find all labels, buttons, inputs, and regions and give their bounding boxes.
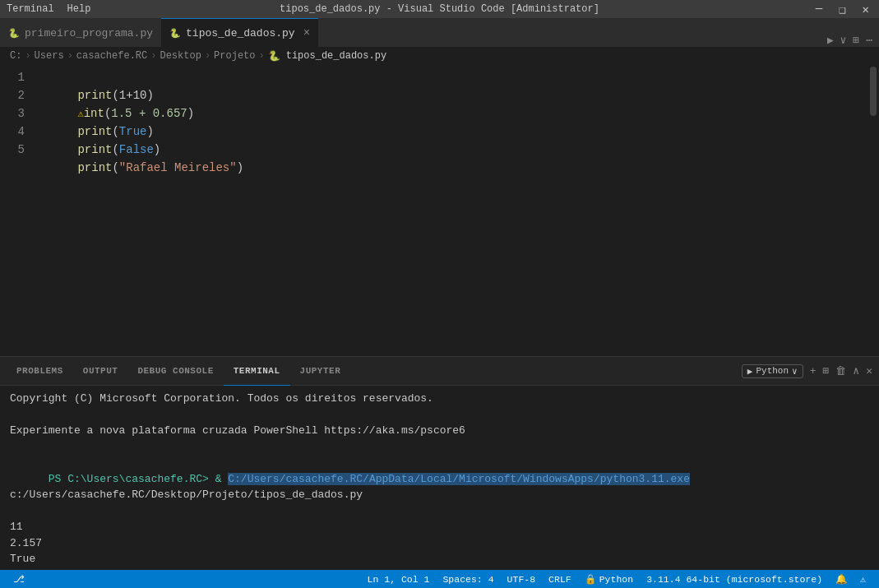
status-eol[interactable]: CRLF (542, 574, 578, 585)
status-spaces-label: Spaces: 4 (442, 574, 493, 585)
breadcrumb-part[interactable]: Users (35, 50, 64, 62)
breadcrumb-file-icon: 🐍 (268, 50, 280, 63)
more-actions-button[interactable]: ⋯ (866, 34, 872, 47)
run-split-button[interactable]: ▶ ∨ (827, 34, 846, 47)
panel-area: PROBLEMS OUTPUT DEBUG CONSOLE TERMINAL J… (0, 356, 879, 570)
editor-area: 1 2 3 4 5 print(1+10) ⚠int(1.5 + 0.657) … (0, 65, 879, 356)
breadcrumb-part[interactable]: C: (10, 50, 21, 62)
split-editor-button[interactable]: ⊞ (853, 34, 859, 47)
warning-icon: ⚠ (77, 109, 83, 120)
tab-jupyter[interactable]: JUPYTER (290, 357, 351, 386)
python-file-icon: 🐍 (8, 28, 20, 39)
breadcrumb-part[interactable]: casachefe.RC (76, 50, 147, 62)
code-line-1: print(1+10) (33, 68, 867, 86)
terminal-line-pscore: Experimente a nova plataforma cruzada Po… (10, 423, 869, 439)
status-python-version[interactable]: 3.11.4 64-bit (microsoft.store) (640, 574, 829, 585)
status-language-label: Python (599, 574, 633, 585)
tab-label: primeiro_programa.py (25, 27, 153, 39)
terminal-line-cmd: PS C:\Users\casachefe.RC> & C:/Users/cas… (10, 455, 869, 519)
status-warning[interactable]: ⚠ (854, 573, 872, 585)
tab-close-button[interactable]: × (303, 26, 310, 39)
tab-problems[interactable]: PROBLEMS (7, 357, 73, 386)
status-spaces[interactable]: Spaces: 4 (436, 574, 500, 585)
status-encoding-label: UTF-8 (507, 574, 536, 585)
keyword-int: int (84, 107, 104, 120)
breadcrumb-part[interactable]: Desktop (160, 50, 201, 62)
status-language[interactable]: 🔒 Python (578, 573, 640, 585)
status-notification[interactable]: 🔔 (829, 573, 854, 585)
title-bar: Terminal Help tipos_de_dados.py - Visual… (0, 0, 879, 18)
tab-tipos-de-dados[interactable]: 🐍 tipos_de_dados.py × (161, 18, 318, 47)
code-line-2: ⚠int(1.5 + 0.657) (33, 86, 867, 104)
tab-debug-console[interactable]: DEBUG CONSOLE (127, 357, 223, 386)
title-bar-controls: ─ ❑ ✕ (812, 2, 872, 16)
bell-icon: 🔔 (835, 573, 847, 585)
keyword-print: print (77, 161, 112, 174)
minimize-button[interactable]: ─ (812, 2, 826, 16)
close-panel-button[interactable]: ✕ (866, 364, 872, 377)
tab-label: tipos_de_dados.py (186, 27, 295, 39)
tab-terminal[interactable]: TERMINAL (224, 357, 290, 386)
split-terminal-button[interactable]: ⊞ (823, 364, 830, 377)
play-icon: ▶ (747, 366, 753, 377)
panel-controls: ▶ Python ∨ + ⊞ 🗑 ∧ ✕ (742, 364, 872, 378)
terminal-output-11: 11 (10, 519, 869, 535)
terminal-line-copyright: Copyright (C) Microsoft Corporation. Tod… (10, 391, 869, 407)
terminal-content[interactable]: Copyright (C) Microsoft Corporation. Tod… (0, 386, 879, 570)
code-editor[interactable]: print(1+10) ⚠int(1.5 + 0.657) print(True… (33, 65, 867, 356)
terminal-badge-label: Python (756, 366, 789, 376)
maximize-panel-button[interactable]: ∧ (853, 364, 859, 377)
terminal-output-true: True (10, 551, 869, 567)
editor-scrollbar[interactable] (867, 65, 879, 356)
keyword-print: print (77, 143, 112, 156)
status-eol-label: CRLF (548, 574, 571, 585)
menu-terminal[interactable]: Terminal (7, 3, 54, 15)
terminal-cmd-highlight: C:/Users/casachefe.RC/AppData/Local/Micr… (228, 473, 690, 485)
tab-bar: 🐍 primeiro_programa.py 🐍 tipos_de_dados.… (0, 18, 879, 47)
status-encoding[interactable]: UTF-8 (501, 574, 543, 585)
tab-output[interactable]: OUTPUT (73, 357, 128, 386)
terminal-prompt: PS C:\Users\casachefe.RC> & (49, 473, 228, 485)
breadcrumb-part[interactable]: Projeto (214, 50, 255, 62)
status-python-version-label: 3.11.4 64-bit (microsoft.store) (646, 574, 822, 585)
status-line-col-label: Ln 1, Col 1 (368, 574, 430, 585)
status-line-col[interactable]: Ln 1, Col 1 (361, 574, 437, 585)
status-bar-right: Ln 1, Col 1 Spaces: 4 UTF-8 CRLF 🔒 Pytho… (361, 573, 872, 585)
status-branch[interactable]: ⎇ (7, 570, 31, 588)
tab-primeiro-programa[interactable]: 🐍 primeiro_programa.py (0, 18, 161, 47)
close-button[interactable]: ✕ (859, 2, 872, 16)
terminal-line-blank1 (10, 407, 869, 424)
code-line-4: print(False) (33, 123, 867, 141)
panel-tab-bar: PROBLEMS OUTPUT DEBUG CONSOLE TERMINAL J… (0, 357, 879, 386)
line-numbers: 1 2 3 4 5 (0, 65, 33, 356)
terminal-line-blank2 (10, 439, 869, 456)
chevron-down-icon: ∨ (792, 366, 798, 377)
keyword-print: print (77, 125, 112, 138)
branch-icon: ⎇ (13, 573, 25, 585)
warning-icon: ⚠ (860, 573, 866, 585)
terminal-badge[interactable]: ▶ Python ∨ (742, 364, 803, 378)
tab-right-controls: ▶ ∨ ⊞ ⋯ (827, 34, 879, 47)
terminal-output-2157: 2.157 (10, 535, 869, 552)
menu-help[interactable]: Help (67, 3, 91, 15)
breadcrumb-file[interactable]: tipos_de_dados.py (286, 50, 386, 62)
scroll-thumb[interactable] (870, 67, 877, 116)
trash-icon[interactable]: 🗑 (835, 365, 846, 377)
title-bar-menu: Terminal Help (7, 3, 90, 15)
lock-icon: 🔒 (585, 573, 596, 585)
add-terminal-button[interactable]: + (810, 365, 817, 377)
status-bar: ⎇ Ln 1, Col 1 Spaces: 4 UTF-8 CRLF 🔒 Pyt… (0, 570, 879, 588)
python-file-icon: 🐍 (169, 28, 181, 39)
title-bar-title: tipos_de_dados.py - Visual Studio Code [… (280, 3, 599, 15)
keyword-print: print (77, 89, 112, 102)
restore-button[interactable]: ❑ (835, 2, 849, 16)
breadcrumb: C: › Users › casachefe.RC › Desktop › Pr… (0, 47, 879, 65)
